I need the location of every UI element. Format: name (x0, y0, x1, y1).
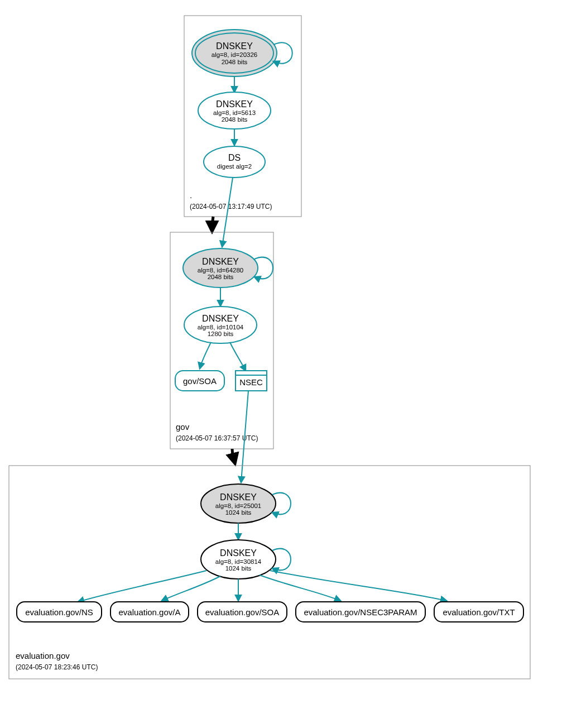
zone-gov-label: gov (176, 422, 190, 432)
edge-gov-zsk-soa (200, 342, 211, 368)
edge-root-ds-gov-ksk (222, 178, 233, 247)
node-gov-dnskey-ksk: DNSKEY alg=8, id=64280 2048 bits (183, 248, 258, 288)
svg-text:evaluation.gov/A: evaluation.gov/A (119, 607, 181, 617)
node-target-rr-nsec3param: evaluation.gov/NSEC3PARAM (296, 602, 425, 622)
node-target-rr-soa: evaluation.gov/SOA (198, 602, 287, 622)
svg-text:1024 bits: 1024 bits (225, 565, 252, 572)
node-target-rr-ns: evaluation.gov/NS (17, 602, 102, 622)
edge-target-zsk-txt (270, 571, 446, 601)
svg-text:alg=8, id=64280: alg=8, id=64280 (198, 267, 244, 274)
node-target-dnskey-zsk: DNSKEY alg=8, id=30814 1024 bits (201, 540, 276, 579)
edge-target-zsk-nsec3p (260, 575, 340, 601)
svg-text:1280 bits: 1280 bits (208, 331, 234, 337)
node-target-rr-txt: evaluation.gov/TXT (434, 602, 523, 622)
svg-text:1024 bits: 1024 bits (225, 509, 252, 516)
svg-text:alg=8, id=10104: alg=8, id=10104 (198, 324, 244, 331)
svg-text:DNSKEY: DNSKEY (202, 257, 239, 266)
svg-text:evaluation.gov/NSEC3PARAM: evaluation.gov/NSEC3PARAM (304, 607, 417, 617)
svg-text:DNSKEY: DNSKEY (220, 492, 257, 502)
svg-text:DNSKEY: DNSKEY (220, 548, 257, 558)
svg-text:evaluation.gov/TXT: evaluation.gov/TXT (443, 607, 515, 617)
svg-text:alg=8, id=20326: alg=8, id=20326 (212, 51, 258, 58)
zone-target-ts: (2024-05-07 18:23:46 UTC) (16, 663, 98, 671)
node-target-rr-a: evaluation.gov/A (110, 602, 189, 622)
edge-target-zsk-ns (78, 571, 206, 602)
svg-text:2048 bits: 2048 bits (208, 274, 234, 280)
dnssec-graph: . (2024-05-07 13:17:49 UTC) DNSKEY alg=8… (0, 0, 567, 728)
svg-text:DNSKEY: DNSKEY (216, 41, 253, 51)
edge-target-zsk-a (162, 576, 220, 601)
zone-target-label: evaluation.gov (16, 651, 70, 660)
zone-root-label: . (190, 190, 192, 200)
node-gov-soa: gov/SOA (175, 371, 224, 391)
svg-text:evaluation.gov/NS: evaluation.gov/NS (25, 607, 93, 617)
edge-root-to-gov-deleg (212, 217, 213, 229)
zone-gov-ts: (2024-05-07 16:37:57 UTC) (176, 434, 258, 442)
svg-text:alg=8, id=30814: alg=8, id=30814 (215, 558, 262, 565)
zone-root-ts: (2024-05-07 13:17:49 UTC) (190, 203, 272, 210)
node-target-dnskey-ksk: DNSKEY alg=8, id=25001 1024 bits (201, 484, 276, 523)
node-root-dnskey-ksk: DNSKEY alg=8, id=20326 2048 bits (192, 30, 277, 76)
edge-gov-zsk-nsec (230, 342, 246, 371)
svg-text:digest alg=2: digest alg=2 (217, 163, 252, 170)
svg-text:gov/SOA: gov/SOA (183, 376, 217, 386)
svg-text:2048 bits: 2048 bits (222, 116, 248, 123)
edge-gov-to-target-deleg (232, 449, 234, 461)
node-gov-nsec: NSEC (236, 371, 267, 391)
node-gov-dnskey-zsk: DNSKEY alg=8, id=10104 1280 bits (184, 306, 257, 343)
svg-text:DNSKEY: DNSKEY (202, 314, 239, 323)
svg-text:alg=8, id=5613: alg=8, id=5613 (213, 109, 256, 116)
svg-text:DNSKEY: DNSKEY (216, 99, 253, 109)
node-root-dnskey-zsk: DNSKEY alg=8, id=5613 2048 bits (198, 92, 271, 129)
svg-text:2048 bits: 2048 bits (222, 59, 248, 65)
svg-text:evaluation.gov/SOA: evaluation.gov/SOA (205, 607, 280, 617)
svg-text:alg=8, id=25001: alg=8, id=25001 (215, 502, 262, 509)
svg-text:DS: DS (228, 153, 241, 162)
node-root-ds: DS digest alg=2 (204, 146, 265, 178)
svg-text:NSEC: NSEC (239, 377, 263, 387)
